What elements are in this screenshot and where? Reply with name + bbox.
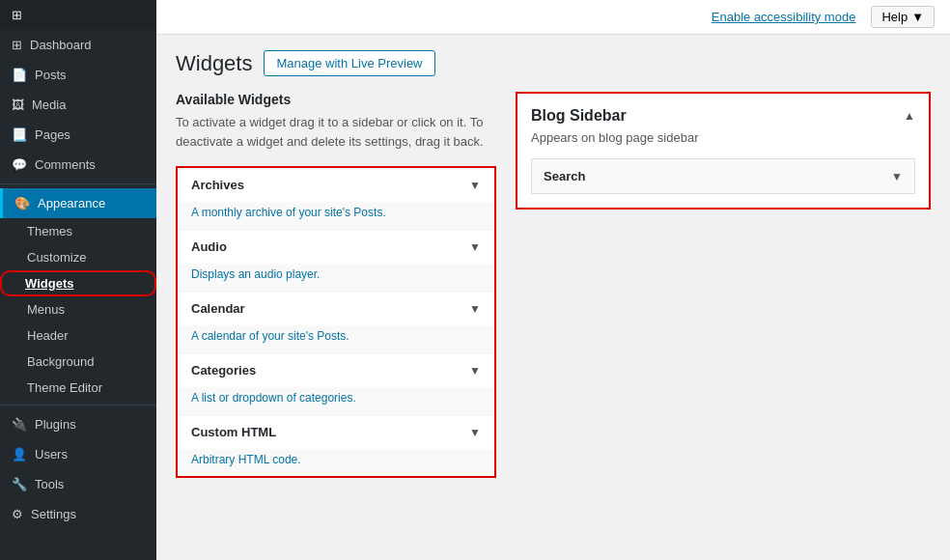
widget-audio: Audio ▼ Displays an audio player.	[178, 230, 494, 292]
sidebar-item-label: Users	[35, 447, 68, 462]
available-widgets-section: Available Widgets To activate a widget d…	[176, 92, 496, 478]
widget-calendar-header[interactable]: Calendar ▼	[178, 292, 494, 325]
widget-archives-header[interactable]: Archives ▼	[178, 168, 494, 202]
sidebar-subitem-themes[interactable]: Themes	[0, 218, 156, 244]
page-title: Widgets	[176, 51, 252, 76]
available-widgets-title: Available Widgets	[176, 92, 496, 107]
background-label: Background	[27, 354, 94, 369]
pages-icon: 📃	[12, 127, 27, 142]
appearance-icon: 🎨	[14, 196, 30, 210]
widget-custom-html: Custom HTML ▼ Arbitrary HTML code.	[178, 415, 494, 476]
blog-sidebar-box: Blog Sidebar ▲ Appears on blog page side…	[516, 92, 931, 210]
sidebar-divider-1	[0, 183, 156, 184]
blog-sidebar-title: Blog Sidebar	[531, 107, 627, 125]
search-widget-name: Search	[544, 169, 585, 183]
sidebar-item-label: Media	[32, 98, 66, 112]
sidebar: ⊞ ⊞ Dashboard 📄 Posts 🖼 Media 📃 Pages 💬 …	[0, 0, 156, 560]
widget-categories-header[interactable]: Categories ▼	[178, 353, 494, 387]
users-icon: 👤	[12, 447, 27, 462]
menus-label: Menus	[27, 302, 65, 317]
title-row: Widgets Manage with Live Preview	[176, 50, 931, 76]
sidebar-item-tools[interactable]: 🔧 Tools	[0, 469, 156, 499]
sidebar-item-label: Dashboard	[30, 38, 92, 52]
chevron-down-icon: ▼	[469, 426, 481, 439]
sidebar-item-plugins[interactable]: 🔌 Plugins	[0, 409, 156, 439]
sidebar-item-label: Comments	[35, 157, 96, 172]
chevron-down-icon: ▼	[891, 170, 903, 183]
widgets-label: Widgets	[25, 276, 73, 291]
chevron-down-icon: ▼	[469, 364, 481, 378]
topbar: Enable accessibility mode Help ▼	[156, 0, 950, 35]
widget-calendar-desc: A calendar of your site's Posts.	[178, 325, 494, 352]
blog-sidebar-header: Blog Sidebar ▲	[531, 107, 915, 125]
chevron-down-icon: ▼	[469, 302, 481, 316]
sidebar-item-media[interactable]: 🖼 Media	[0, 90, 156, 120]
blog-sidebar-section: Blog Sidebar ▲ Appears on blog page side…	[516, 92, 931, 210]
help-label: Help	[881, 10, 908, 24]
sidebar-divider-2	[0, 405, 156, 406]
themes-label: Themes	[27, 224, 72, 238]
widget-audio-header[interactable]: Audio ▼	[178, 230, 494, 264]
chevron-down-icon: ▼	[469, 179, 481, 192]
sidebar-logo: ⊞	[0, 0, 156, 30]
chevron-up-icon: ▲	[904, 109, 915, 123]
sidebar-item-posts[interactable]: 📄 Posts	[0, 60, 156, 90]
sidebar-item-settings[interactable]: ⚙ Settings	[0, 499, 156, 529]
sidebar-item-label: Appearance	[38, 196, 105, 210]
theme-editor-label: Theme Editor	[27, 380, 102, 395]
sidebar-item-dashboard[interactable]: ⊞ Dashboard	[0, 30, 156, 60]
live-preview-button[interactable]: Manage with Live Preview	[264, 50, 434, 76]
sidebar-subitem-menus[interactable]: Menus	[0, 296, 156, 322]
sidebar-item-appearance[interactable]: 🎨 Appearance	[0, 188, 156, 218]
widget-categories-desc: A list or dropdown of categories.	[178, 387, 494, 414]
sidebar-item-label: Pages	[35, 127, 70, 142]
accessibility-mode-link[interactable]: Enable accessibility mode	[712, 10, 856, 24]
sidebar-subitem-header[interactable]: Header	[0, 322, 156, 349]
widget-custom-html-desc: Arbitrary HTML code.	[178, 449, 494, 476]
widget-calendar: Calendar ▼ A calendar of your site's Pos…	[178, 292, 494, 353]
sidebar-subitem-widgets[interactable]: Widgets	[0, 270, 156, 296]
widget-archives-desc: A monthly archive of your site's Posts.	[178, 202, 494, 229]
main-content: Enable accessibility mode Help ▼ Widgets…	[156, 0, 950, 560]
sidebar-subitem-theme-editor[interactable]: Theme Editor	[0, 375, 156, 401]
search-widget[interactable]: Search ▼	[531, 158, 915, 194]
widget-archives-name: Archives	[191, 178, 244, 192]
chevron-down-icon: ▼	[469, 240, 481, 254]
available-widgets-desc: To activate a widget drag it to a sideba…	[176, 113, 496, 151]
settings-icon: ⚙	[12, 507, 23, 521]
dashboard-icon: ⊞	[12, 38, 22, 52]
available-widgets-list: Archives ▼ A monthly archive of your sit…	[176, 166, 496, 478]
widget-audio-desc: Displays an audio player.	[178, 264, 494, 291]
plugins-icon: 🔌	[12, 417, 27, 432]
sidebar-subitem-customize[interactable]: Customize	[0, 244, 156, 270]
sidebar-item-users[interactable]: 👤 Users	[0, 439, 156, 469]
widget-calendar-name: Calendar	[191, 301, 245, 316]
widgets-layout: Available Widgets To activate a widget d…	[176, 92, 931, 478]
media-icon: 🖼	[12, 98, 24, 112]
wp-logo-icon: ⊞	[12, 8, 22, 22]
sidebar-subitem-background[interactable]: Background	[0, 349, 156, 375]
tools-icon: 🔧	[12, 477, 27, 491]
help-button[interactable]: Help ▼	[871, 6, 935, 28]
chevron-down-icon: ▼	[911, 10, 924, 24]
sidebar-item-comments[interactable]: 💬 Comments	[0, 150, 156, 180]
page-content: Widgets Manage with Live Preview Availab…	[156, 35, 950, 493]
customize-label: Customize	[27, 250, 86, 265]
sidebar-item-label: Settings	[31, 507, 76, 521]
widget-categories-name: Categories	[191, 363, 256, 378]
sidebar-item-label: Plugins	[35, 417, 76, 432]
header-label: Header	[27, 328, 69, 343]
widget-archives: Archives ▼ A monthly archive of your sit…	[178, 168, 494, 230]
widget-custom-html-name: Custom HTML	[191, 425, 276, 439]
sidebar-item-pages[interactable]: 📃 Pages	[0, 120, 156, 150]
comments-icon: 💬	[12, 157, 27, 172]
sidebar-item-label: Tools	[35, 477, 64, 491]
sidebar-item-label: Posts	[35, 68, 67, 82]
widget-categories: Categories ▼ A list or dropdown of categ…	[178, 353, 494, 415]
widget-custom-html-header[interactable]: Custom HTML ▼	[178, 415, 494, 449]
widget-audio-name: Audio	[191, 239, 227, 254]
blog-sidebar-desc: Appears on blog page sidebar	[531, 130, 915, 145]
posts-icon: 📄	[12, 68, 27, 82]
